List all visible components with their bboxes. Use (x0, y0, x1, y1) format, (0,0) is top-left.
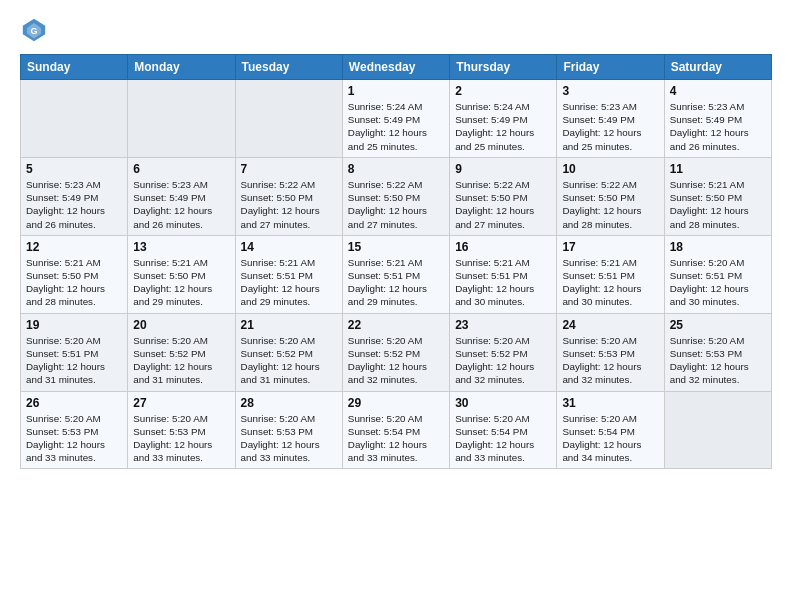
header: G (20, 16, 772, 44)
day-number: 19 (26, 318, 122, 332)
col-header-wednesday: Wednesday (342, 55, 449, 80)
day-number: 31 (562, 396, 658, 410)
day-info: Sunrise: 5:20 AM Sunset: 5:51 PM Dayligh… (26, 334, 122, 387)
day-number: 1 (348, 84, 444, 98)
day-cell: 6Sunrise: 5:23 AM Sunset: 5:49 PM Daylig… (128, 157, 235, 235)
day-cell: 21Sunrise: 5:20 AM Sunset: 5:52 PM Dayli… (235, 313, 342, 391)
col-header-sunday: Sunday (21, 55, 128, 80)
day-number: 10 (562, 162, 658, 176)
day-cell: 25Sunrise: 5:20 AM Sunset: 5:53 PM Dayli… (664, 313, 771, 391)
day-cell: 15Sunrise: 5:21 AM Sunset: 5:51 PM Dayli… (342, 235, 449, 313)
day-number: 14 (241, 240, 337, 254)
day-info: Sunrise: 5:20 AM Sunset: 5:52 PM Dayligh… (348, 334, 444, 387)
day-info: Sunrise: 5:20 AM Sunset: 5:54 PM Dayligh… (562, 412, 658, 465)
day-cell: 10Sunrise: 5:22 AM Sunset: 5:50 PM Dayli… (557, 157, 664, 235)
col-header-friday: Friday (557, 55, 664, 80)
day-cell: 3Sunrise: 5:23 AM Sunset: 5:49 PM Daylig… (557, 80, 664, 158)
day-info: Sunrise: 5:20 AM Sunset: 5:53 PM Dayligh… (241, 412, 337, 465)
day-info: Sunrise: 5:23 AM Sunset: 5:49 PM Dayligh… (670, 100, 766, 153)
day-number: 4 (670, 84, 766, 98)
col-header-thursday: Thursday (450, 55, 557, 80)
day-info: Sunrise: 5:20 AM Sunset: 5:51 PM Dayligh… (670, 256, 766, 309)
day-info: Sunrise: 5:21 AM Sunset: 5:51 PM Dayligh… (455, 256, 551, 309)
day-cell: 13Sunrise: 5:21 AM Sunset: 5:50 PM Dayli… (128, 235, 235, 313)
day-info: Sunrise: 5:20 AM Sunset: 5:53 PM Dayligh… (562, 334, 658, 387)
day-cell: 23Sunrise: 5:20 AM Sunset: 5:52 PM Dayli… (450, 313, 557, 391)
day-number: 27 (133, 396, 229, 410)
day-number: 2 (455, 84, 551, 98)
day-info: Sunrise: 5:21 AM Sunset: 5:51 PM Dayligh… (562, 256, 658, 309)
day-info: Sunrise: 5:20 AM Sunset: 5:53 PM Dayligh… (670, 334, 766, 387)
day-cell: 8Sunrise: 5:22 AM Sunset: 5:50 PM Daylig… (342, 157, 449, 235)
day-number: 20 (133, 318, 229, 332)
day-info: Sunrise: 5:21 AM Sunset: 5:50 PM Dayligh… (133, 256, 229, 309)
day-number: 7 (241, 162, 337, 176)
day-info: Sunrise: 5:22 AM Sunset: 5:50 PM Dayligh… (348, 178, 444, 231)
col-header-tuesday: Tuesday (235, 55, 342, 80)
day-number: 22 (348, 318, 444, 332)
week-row-5: 26Sunrise: 5:20 AM Sunset: 5:53 PM Dayli… (21, 391, 772, 469)
day-info: Sunrise: 5:23 AM Sunset: 5:49 PM Dayligh… (26, 178, 122, 231)
logo-icon: G (20, 16, 48, 44)
day-cell: 11Sunrise: 5:21 AM Sunset: 5:50 PM Dayli… (664, 157, 771, 235)
day-info: Sunrise: 5:20 AM Sunset: 5:53 PM Dayligh… (133, 412, 229, 465)
col-header-saturday: Saturday (664, 55, 771, 80)
day-cell: 31Sunrise: 5:20 AM Sunset: 5:54 PM Dayli… (557, 391, 664, 469)
day-number: 8 (348, 162, 444, 176)
day-cell: 20Sunrise: 5:20 AM Sunset: 5:52 PM Dayli… (128, 313, 235, 391)
day-info: Sunrise: 5:21 AM Sunset: 5:50 PM Dayligh… (670, 178, 766, 231)
day-number: 5 (26, 162, 122, 176)
day-info: Sunrise: 5:22 AM Sunset: 5:50 PM Dayligh… (241, 178, 337, 231)
day-cell: 5Sunrise: 5:23 AM Sunset: 5:49 PM Daylig… (21, 157, 128, 235)
svg-text:G: G (30, 26, 37, 36)
day-cell: 27Sunrise: 5:20 AM Sunset: 5:53 PM Dayli… (128, 391, 235, 469)
day-cell: 4Sunrise: 5:23 AM Sunset: 5:49 PM Daylig… (664, 80, 771, 158)
day-cell: 2Sunrise: 5:24 AM Sunset: 5:49 PM Daylig… (450, 80, 557, 158)
day-number: 16 (455, 240, 551, 254)
day-number: 11 (670, 162, 766, 176)
day-info: Sunrise: 5:20 AM Sunset: 5:53 PM Dayligh… (26, 412, 122, 465)
day-cell: 14Sunrise: 5:21 AM Sunset: 5:51 PM Dayli… (235, 235, 342, 313)
day-cell: 1Sunrise: 5:24 AM Sunset: 5:49 PM Daylig… (342, 80, 449, 158)
day-number: 6 (133, 162, 229, 176)
day-number: 12 (26, 240, 122, 254)
day-number: 9 (455, 162, 551, 176)
header-row: SundayMondayTuesdayWednesdayThursdayFrid… (21, 55, 772, 80)
day-number: 30 (455, 396, 551, 410)
day-number: 15 (348, 240, 444, 254)
day-cell: 28Sunrise: 5:20 AM Sunset: 5:53 PM Dayli… (235, 391, 342, 469)
day-info: Sunrise: 5:23 AM Sunset: 5:49 PM Dayligh… (562, 100, 658, 153)
week-row-2: 5Sunrise: 5:23 AM Sunset: 5:49 PM Daylig… (21, 157, 772, 235)
col-header-monday: Monday (128, 55, 235, 80)
day-info: Sunrise: 5:20 AM Sunset: 5:52 PM Dayligh… (241, 334, 337, 387)
day-info: Sunrise: 5:21 AM Sunset: 5:51 PM Dayligh… (241, 256, 337, 309)
day-cell (235, 80, 342, 158)
day-cell: 7Sunrise: 5:22 AM Sunset: 5:50 PM Daylig… (235, 157, 342, 235)
day-number: 13 (133, 240, 229, 254)
day-number: 3 (562, 84, 658, 98)
day-number: 26 (26, 396, 122, 410)
day-number: 25 (670, 318, 766, 332)
day-info: Sunrise: 5:22 AM Sunset: 5:50 PM Dayligh… (455, 178, 551, 231)
week-row-4: 19Sunrise: 5:20 AM Sunset: 5:51 PM Dayli… (21, 313, 772, 391)
day-cell: 19Sunrise: 5:20 AM Sunset: 5:51 PM Dayli… (21, 313, 128, 391)
logo: G (20, 16, 52, 44)
day-cell: 26Sunrise: 5:20 AM Sunset: 5:53 PM Dayli… (21, 391, 128, 469)
day-number: 28 (241, 396, 337, 410)
week-row-3: 12Sunrise: 5:21 AM Sunset: 5:50 PM Dayli… (21, 235, 772, 313)
calendar-table: SundayMondayTuesdayWednesdayThursdayFrid… (20, 54, 772, 469)
day-cell: 30Sunrise: 5:20 AM Sunset: 5:54 PM Dayli… (450, 391, 557, 469)
day-cell: 9Sunrise: 5:22 AM Sunset: 5:50 PM Daylig… (450, 157, 557, 235)
day-info: Sunrise: 5:24 AM Sunset: 5:49 PM Dayligh… (348, 100, 444, 153)
day-number: 24 (562, 318, 658, 332)
day-cell: 18Sunrise: 5:20 AM Sunset: 5:51 PM Dayli… (664, 235, 771, 313)
day-info: Sunrise: 5:24 AM Sunset: 5:49 PM Dayligh… (455, 100, 551, 153)
day-info: Sunrise: 5:20 AM Sunset: 5:54 PM Dayligh… (455, 412, 551, 465)
day-info: Sunrise: 5:22 AM Sunset: 5:50 PM Dayligh… (562, 178, 658, 231)
day-cell: 12Sunrise: 5:21 AM Sunset: 5:50 PM Dayli… (21, 235, 128, 313)
day-cell: 29Sunrise: 5:20 AM Sunset: 5:54 PM Dayli… (342, 391, 449, 469)
day-cell (21, 80, 128, 158)
day-info: Sunrise: 5:21 AM Sunset: 5:50 PM Dayligh… (26, 256, 122, 309)
day-number: 17 (562, 240, 658, 254)
day-cell: 24Sunrise: 5:20 AM Sunset: 5:53 PM Dayli… (557, 313, 664, 391)
